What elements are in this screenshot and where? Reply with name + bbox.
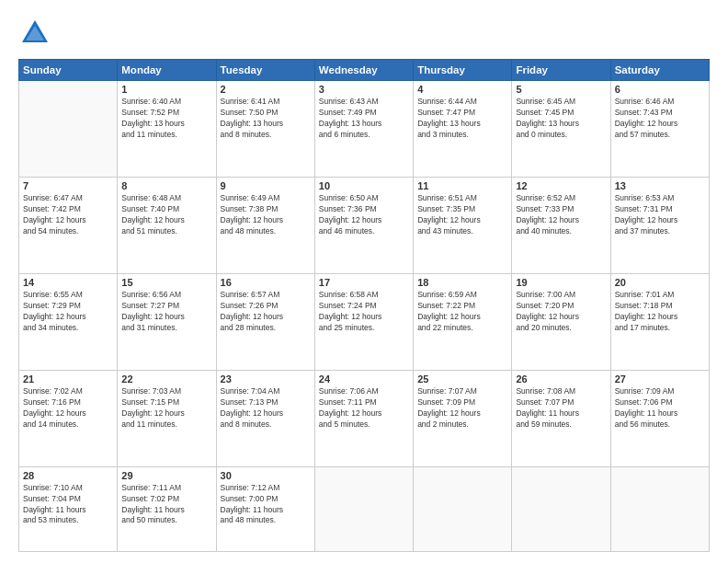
- calendar-cell: 27Sunrise: 7:09 AM Sunset: 7:06 PM Dayli…: [610, 370, 709, 466]
- calendar-cell: 10Sunrise: 6:50 AM Sunset: 7:36 PM Dayli…: [314, 177, 413, 273]
- day-number: 6: [615, 84, 705, 95]
- week-row-4: 28Sunrise: 7:10 AM Sunset: 7:04 PM Dayli…: [19, 466, 710, 551]
- cell-info: Sunrise: 6:44 AM Sunset: 7:47 PM Dayligh…: [417, 97, 507, 141]
- cell-info: Sunrise: 7:09 AM Sunset: 7:06 PM Dayligh…: [615, 386, 705, 431]
- cell-info: Sunrise: 6:52 AM Sunset: 7:33 PM Dayligh…: [516, 193, 606, 237]
- calendar-cell: 18Sunrise: 6:59 AM Sunset: 7:22 PM Dayli…: [414, 273, 512, 370]
- calendar-table: SundayMondayTuesdayWednesdayThursdayFrid…: [18, 59, 710, 552]
- calendar-cell: [19, 81, 118, 178]
- day-number: 26: [516, 373, 606, 385]
- cell-info: Sunrise: 6:58 AM Sunset: 7:24 PM Dayligh…: [319, 290, 409, 334]
- cell-info: Sunrise: 7:10 AM Sunset: 7:04 PM Dayligh…: [23, 483, 113, 527]
- logo: [18, 17, 55, 50]
- cell-info: Sunrise: 6:53 AM Sunset: 7:31 PM Dayligh…: [615, 193, 705, 237]
- calendar-cell: 17Sunrise: 6:58 AM Sunset: 7:24 PM Dayli…: [314, 273, 413, 370]
- week-row-0: 1Sunrise: 6:40 AM Sunset: 7:52 PM Daylig…: [19, 81, 710, 178]
- day-number: 18: [417, 277, 507, 288]
- weekday-header-wednesday: Wednesday: [314, 60, 413, 81]
- cell-info: Sunrise: 6:51 AM Sunset: 7:35 PM Dayligh…: [417, 193, 507, 237]
- cell-info: Sunrise: 7:02 AM Sunset: 7:16 PM Dayligh…: [23, 386, 113, 431]
- day-number: 16: [221, 277, 311, 288]
- calendar-cell: 19Sunrise: 7:00 AM Sunset: 7:20 PM Dayli…: [512, 273, 610, 370]
- cell-info: Sunrise: 7:00 AM Sunset: 7:20 PM Dayligh…: [516, 290, 606, 334]
- day-number: 4: [417, 84, 507, 95]
- cell-info: Sunrise: 6:55 AM Sunset: 7:29 PM Dayligh…: [23, 290, 113, 334]
- calendar-cell: 20Sunrise: 7:01 AM Sunset: 7:18 PM Dayli…: [610, 273, 709, 370]
- cell-info: Sunrise: 6:47 AM Sunset: 7:42 PM Dayligh…: [23, 193, 113, 237]
- calendar-cell: 29Sunrise: 7:11 AM Sunset: 7:02 PM Dayli…: [118, 466, 216, 551]
- cell-info: Sunrise: 7:06 AM Sunset: 7:11 PM Dayligh…: [319, 386, 409, 431]
- page: SundayMondayTuesdayWednesdayThursdayFrid…: [0, 0, 728, 563]
- calendar-cell: [610, 466, 709, 551]
- weekday-header-thursday: Thursday: [414, 60, 512, 81]
- calendar-cell: 6Sunrise: 6:46 AM Sunset: 7:43 PM Daylig…: [610, 81, 709, 178]
- cell-info: Sunrise: 7:04 AM Sunset: 7:13 PM Dayligh…: [221, 386, 311, 431]
- calendar-cell: 23Sunrise: 7:04 AM Sunset: 7:13 PM Dayli…: [216, 370, 314, 466]
- day-number: 28: [23, 470, 113, 481]
- day-number: 13: [615, 180, 705, 191]
- day-number: 24: [319, 373, 409, 385]
- cell-info: Sunrise: 6:45 AM Sunset: 7:45 PM Dayligh…: [516, 97, 606, 141]
- day-number: 21: [23, 373, 113, 385]
- week-row-3: 21Sunrise: 7:02 AM Sunset: 7:16 PM Dayli…: [19, 370, 710, 466]
- cell-info: Sunrise: 7:03 AM Sunset: 7:15 PM Dayligh…: [121, 386, 211, 431]
- week-row-2: 14Sunrise: 6:55 AM Sunset: 7:29 PM Dayli…: [19, 273, 710, 370]
- calendar-cell: 1Sunrise: 6:40 AM Sunset: 7:52 PM Daylig…: [118, 81, 216, 178]
- calendar-cell: 3Sunrise: 6:43 AM Sunset: 7:49 PM Daylig…: [314, 81, 413, 178]
- calendar-cell: 16Sunrise: 6:57 AM Sunset: 7:26 PM Dayli…: [216, 273, 314, 370]
- calendar-cell: 4Sunrise: 6:44 AM Sunset: 7:47 PM Daylig…: [414, 81, 512, 178]
- cell-info: Sunrise: 7:11 AM Sunset: 7:02 PM Dayligh…: [121, 483, 211, 527]
- weekday-header-row: SundayMondayTuesdayWednesdayThursdayFrid…: [19, 60, 710, 81]
- day-number: 14: [23, 277, 113, 288]
- calendar-cell: 30Sunrise: 7:12 AM Sunset: 7:00 PM Dayli…: [216, 466, 314, 551]
- cell-info: Sunrise: 7:08 AM Sunset: 7:07 PM Dayligh…: [516, 386, 606, 431]
- weekday-header-monday: Monday: [118, 60, 216, 81]
- cell-info: Sunrise: 6:48 AM Sunset: 7:40 PM Dayligh…: [121, 193, 211, 237]
- cell-info: Sunrise: 7:12 AM Sunset: 7:00 PM Dayligh…: [221, 483, 311, 527]
- cell-info: Sunrise: 6:57 AM Sunset: 7:26 PM Dayligh…: [221, 290, 311, 334]
- day-number: 25: [417, 373, 507, 385]
- cell-info: Sunrise: 6:46 AM Sunset: 7:43 PM Dayligh…: [615, 97, 705, 141]
- calendar-cell: 8Sunrise: 6:48 AM Sunset: 7:40 PM Daylig…: [118, 177, 216, 273]
- cell-info: Sunrise: 7:07 AM Sunset: 7:09 PM Dayligh…: [417, 386, 507, 431]
- cell-info: Sunrise: 6:43 AM Sunset: 7:49 PM Dayligh…: [319, 97, 409, 141]
- cell-info: Sunrise: 6:49 AM Sunset: 7:38 PM Dayligh…: [221, 193, 311, 237]
- day-number: 7: [23, 180, 113, 191]
- cell-info: Sunrise: 6:56 AM Sunset: 7:27 PM Dayligh…: [121, 290, 211, 334]
- day-number: 5: [516, 84, 606, 95]
- calendar-cell: 11Sunrise: 6:51 AM Sunset: 7:35 PM Dayli…: [414, 177, 512, 273]
- day-number: 20: [615, 277, 705, 288]
- calendar-cell: 22Sunrise: 7:03 AM Sunset: 7:15 PM Dayli…: [118, 370, 216, 466]
- day-number: 3: [319, 84, 409, 95]
- weekday-header-tuesday: Tuesday: [216, 60, 314, 81]
- day-number: 1: [121, 84, 211, 95]
- calendar-cell: [314, 466, 413, 551]
- weekday-header-friday: Friday: [512, 60, 610, 81]
- calendar-cell: 24Sunrise: 7:06 AM Sunset: 7:11 PM Dayli…: [314, 370, 413, 466]
- day-number: 19: [516, 277, 606, 288]
- calendar-cell: 13Sunrise: 6:53 AM Sunset: 7:31 PM Dayli…: [610, 177, 709, 273]
- header: [18, 17, 710, 50]
- weekday-header-saturday: Saturday: [610, 60, 709, 81]
- calendar-cell: 28Sunrise: 7:10 AM Sunset: 7:04 PM Dayli…: [19, 466, 118, 551]
- day-number: 10: [319, 180, 409, 191]
- weekday-header-sunday: Sunday: [19, 60, 118, 81]
- day-number: 9: [221, 180, 311, 191]
- day-number: 30: [221, 470, 311, 481]
- calendar-cell: [512, 466, 610, 551]
- week-row-1: 7Sunrise: 6:47 AM Sunset: 7:42 PM Daylig…: [19, 177, 710, 273]
- day-number: 11: [417, 180, 507, 191]
- calendar-cell: 5Sunrise: 6:45 AM Sunset: 7:45 PM Daylig…: [512, 81, 610, 178]
- day-number: 2: [221, 84, 311, 95]
- day-number: 8: [121, 180, 211, 191]
- calendar-cell: 9Sunrise: 6:49 AM Sunset: 7:38 PM Daylig…: [216, 177, 314, 273]
- day-number: 17: [319, 277, 409, 288]
- calendar-cell: 12Sunrise: 6:52 AM Sunset: 7:33 PM Dayli…: [512, 177, 610, 273]
- day-number: 27: [615, 373, 705, 385]
- day-number: 22: [121, 373, 211, 385]
- calendar-cell: 25Sunrise: 7:07 AM Sunset: 7:09 PM Dayli…: [414, 370, 512, 466]
- day-number: 12: [516, 180, 606, 191]
- cell-info: Sunrise: 6:59 AM Sunset: 7:22 PM Dayligh…: [417, 290, 507, 334]
- calendar-cell: 26Sunrise: 7:08 AM Sunset: 7:07 PM Dayli…: [512, 370, 610, 466]
- calendar-cell: [414, 466, 512, 551]
